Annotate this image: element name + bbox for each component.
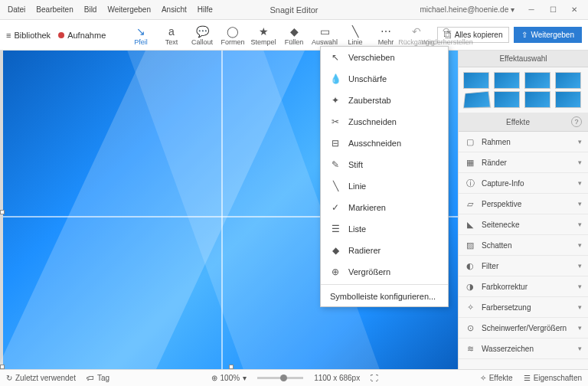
tool-redo[interactable]: ↷Wiederherstellen (433, 23, 462, 47)
resize-handle[interactable] (0, 210, 5, 214)
zuschneiden-icon: ✂ (330, 116, 341, 127)
chevron-down-icon: ▾ (578, 241, 582, 249)
verschieben-icon: ↖ (330, 52, 341, 63)
effect-thumb[interactable] (524, 91, 550, 108)
more-tools-dropdown: ↖Verschieben💧Unschärfe✦Zauberstab✂Zuschn… (320, 46, 449, 307)
effect-thumb[interactable] (555, 72, 581, 89)
user-email[interactable]: michael.heine@hoenie.de ▾ (420, 5, 514, 14)
chevron-down-icon: ▾ (578, 138, 582, 146)
dropdown-item-radierer[interactable]: ◆Radierer (321, 240, 448, 261)
maximize-button[interactable]: ☐ (542, 2, 564, 18)
tag-button[interactable]: 🏷Tag (87, 374, 109, 382)
effect-thumb[interactable] (494, 72, 520, 89)
dropdown-item-markieren[interactable]: ✓Markieren (321, 197, 448, 218)
tool-callout[interactable]: 💬Callout (188, 23, 217, 47)
tool-fuellen[interactable]: ◆Füllen (279, 23, 309, 47)
dropdown-item-unschärfe[interactable]: 💧Unschärfe (321, 68, 448, 90)
dropdown-item-vergrößern[interactable]: ⊕Vergrößern (321, 261, 448, 283)
fill-icon: ◆ (287, 25, 301, 38)
dropdown-item-zauberstab[interactable]: ✦Zauberstab (321, 90, 448, 111)
tool-stempel[interactable]: ★Stempel (249, 23, 278, 47)
rnder-icon: ▦ (465, 157, 475, 168)
effect-row-farbkorrektur[interactable]: ◑Farbkorrektur▾ (459, 276, 588, 297)
dropdown-item-stift[interactable]: ✎Stift (321, 154, 448, 175)
library-button[interactable]: ≡Bibliothek (6, 31, 51, 40)
tool-pfeil[interactable]: ↘Pfeil (126, 23, 155, 47)
zoom-slider[interactable] (257, 377, 303, 379)
scheinwerfervergrern-icon: ⊙ (465, 322, 475, 333)
effect-row-farbersetzung[interactable]: ✧Farbersetzung▾ (459, 297, 588, 318)
properties-toggle[interactable]: ☰Eigenschaften (524, 374, 582, 382)
menu-bild[interactable]: Bild (80, 4, 102, 15)
shapes-icon: ◯ (226, 25, 240, 38)
recent-button[interactable]: ↻Zuletzt verwendet (6, 374, 76, 382)
effect-thumb[interactable] (463, 91, 491, 109)
callout-icon: 💬 (195, 25, 209, 38)
effect-row-perspektive[interactable]: ▱Perspektive▾ (459, 194, 588, 214)
resize-handle[interactable] (0, 365, 5, 369)
effects-toggle[interactable]: ✧Effekte (480, 374, 513, 382)
effect-thumb[interactable] (463, 72, 489, 89)
perspektive-icon: ▱ (465, 198, 475, 209)
zoom-control[interactable]: ⊕100% ▾ (211, 374, 247, 382)
chevron-down-icon: ▾ (578, 179, 582, 187)
effect-thumb[interactable] (494, 91, 520, 108)
effect-row-filter[interactable]: ◐Filter▾ (459, 256, 588, 276)
share-button[interactable]: ⇧Weitergeben (514, 27, 582, 43)
seitenecke-icon: ◣ (465, 219, 475, 230)
text-icon: a (165, 25, 178, 38)
farbersetzung-icon: ✧ (465, 302, 475, 312)
minimize-button[interactable]: ─ (521, 2, 542, 18)
chevron-down-icon: ▾ (578, 283, 582, 290)
dropdown-item-zuschneiden[interactable]: ✂Zuschneiden (321, 111, 448, 132)
zauberstab-icon: ✦ (330, 95, 341, 106)
effect-row-scheinwerfervergrern[interactable]: ⊙Scheinwerfer/Vergrößern▾ (459, 318, 588, 339)
redo-icon: ↷ (440, 25, 454, 38)
tool-mehr[interactable]: ⋯Mehr (371, 23, 400, 47)
effect-row-captureinfo[interactable]: ⓘCapture-Info▾ (459, 173, 588, 194)
chevron-down-icon: ▾ (578, 262, 582, 270)
dropdown-item-verschieben[interactable]: ↖Verschieben (321, 47, 448, 68)
effect-row-wasserzeichen[interactable]: ≋Wasserzeichen▾ (459, 339, 588, 359)
dropdown-item-ausschneiden[interactable]: ⊟Ausschneiden (321, 132, 448, 154)
share-icon: ⇧ (521, 31, 528, 39)
help-icon[interactable]: ? (571, 116, 582, 127)
fit-button[interactable]: ⛶ (371, 374, 378, 382)
dropdown-item-liste[interactable]: ☰Liste (321, 218, 448, 240)
close-button[interactable]: ✕ (564, 2, 585, 18)
effect-row-seitenecke[interactable]: ◣Seitenecke▾ (459, 214, 588, 235)
effect-row-rnder[interactable]: ▦Ränder▾ (459, 152, 588, 173)
dropdown-configure-toolbar[interactable]: Symbolleiste konfigurieren... (321, 286, 448, 306)
chevron-down-icon: ▾ (578, 303, 582, 311)
menu-weitergeben[interactable]: Weitergeben (103, 4, 155, 15)
chevron-down-icon: ▾ (578, 345, 582, 352)
tool-linie[interactable]: ╲Linie (341, 23, 370, 47)
rahmen-icon: ▢ (465, 136, 475, 147)
tool-auswahl[interactable]: ▭Auswahl (310, 23, 339, 47)
tag-icon: 🏷 (87, 374, 94, 382)
effect-thumb[interactable] (555, 91, 581, 108)
menu-bearbeiten[interactable]: Bearbeiten (31, 4, 77, 15)
app-title: Snagit Editor (270, 5, 318, 15)
effect-row-rahmen[interactable]: ▢Rahmen▾ (459, 132, 588, 152)
menu-hilfe[interactable]: Hilfe (193, 4, 217, 15)
vergrößern-icon: ⊕ (330, 267, 341, 277)
tool-text[interactable]: aText (157, 23, 186, 47)
menu-ansicht[interactable]: Ansicht (157, 4, 191, 15)
dimensions-label: 1100 x 686px (314, 374, 360, 382)
wasserzeichen-icon: ≋ (465, 343, 475, 354)
tool-formen[interactable]: ◯Formen (218, 23, 247, 47)
effects-icon: ✧ (480, 374, 486, 382)
effects-list: ▢Rahmen▾▦Ränder▾ⓘCapture-Info▾▱Perspekti… (459, 132, 588, 359)
sidebar: Effektauswahl Effekte? ▢Rahmen▾▦Ränder▾ⓘ… (458, 51, 588, 369)
liste-icon: ☰ (330, 224, 341, 234)
resize-handle[interactable] (229, 365, 234, 369)
captureinfo-icon: ⓘ (465, 178, 475, 188)
chevron-down-icon: ▾ (578, 159, 582, 166)
effect-thumb[interactable] (524, 72, 550, 89)
effect-row-schatten[interactable]: ▨Schatten▾ (459, 235, 588, 256)
markieren-icon: ✓ (330, 202, 341, 213)
record-button[interactable]: Aufnahme (58, 31, 106, 40)
dropdown-item-linie[interactable]: ╲Linie (321, 175, 448, 197)
menu-datei[interactable]: Datei (3, 4, 30, 15)
